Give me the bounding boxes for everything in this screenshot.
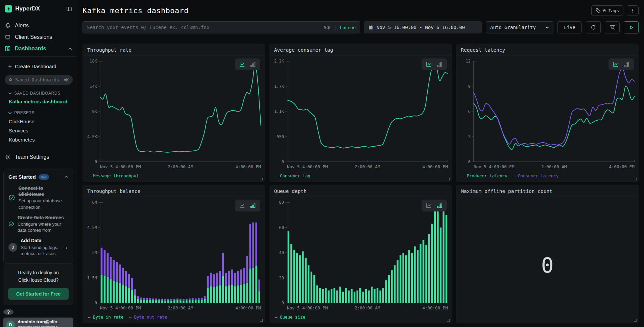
svg-text:3M: 3M <box>92 250 97 255</box>
panel-max-offline-partition-count: Maximum offline partition count 0 <box>456 185 639 323</box>
brand-name: HyperDX <box>15 5 40 12</box>
get-started-step-sources[interactable]: Create Data Sources Configure where your… <box>8 215 68 234</box>
line-chart-icon[interactable] <box>239 61 245 67</box>
line-chart-icon[interactable] <box>239 203 245 208</box>
svg-text:14K: 14K <box>90 84 97 89</box>
svg-text:Nov 5 4:00:00 PM: Nov 5 4:00:00 PM <box>100 164 141 169</box>
sidebar-item-clickhouse[interactable]: ClickHouse <box>9 119 72 124</box>
get-started-step-add-data[interactable]: 3 Add Data Start sending logs, metrics, … <box>8 237 68 257</box>
legend-item[interactable]: — Consumer latency <box>513 173 558 178</box>
more-options-button[interactable] <box>627 5 639 16</box>
chevron-up-icon[interactable] <box>65 175 68 179</box>
chart-canvas[interactable]: 18K14K9K4.5K0Nov 5 4:00:00 PM2:00:00 AM4… <box>82 56 265 171</box>
sidebar-item-team-settings[interactable]: Team Settings <box>0 151 77 163</box>
step-number-badge: 3 <box>8 243 17 252</box>
filter-button[interactable] <box>605 21 620 33</box>
legend-item[interactable]: — Consumer lag <box>275 173 310 178</box>
get-started-free-button[interactable]: Get Started for Free <box>8 288 69 300</box>
refresh-button[interactable] <box>586 21 601 33</box>
svg-text:0: 0 <box>281 159 284 164</box>
svg-text:Nov 5 4:00:00 PM: Nov 5 4:00:00 PM <box>287 164 328 169</box>
chart-canvas[interactable]: 129630Nov 5 4:00:00 PM2:00:00 AM4:00:00 … <box>456 56 639 171</box>
panel-average-consumer-lag: Average consumer lag 2.2K1.7K1.1K5500Nov… <box>269 44 452 182</box>
sidebar: HyperDX Alerts Client Sessions Dashboard… <box>0 0 77 327</box>
line-chart-icon[interactable] <box>426 61 432 67</box>
svg-text:0: 0 <box>95 301 97 305</box>
resize-handle[interactable] <box>634 178 637 180</box>
chart-type-toggle <box>422 200 447 211</box>
create-dashboard-button[interactable]: Create Dashboard <box>0 61 77 71</box>
legend-item[interactable]: — Byte in rate <box>88 315 123 320</box>
sidebar-item-alerts[interactable]: Alerts <box>0 20 77 31</box>
resize-handle[interactable] <box>260 319 263 322</box>
svg-text:4:00:00 PM: 4:00:00 PM <box>235 305 261 310</box>
date-range-value: Nov 5 16:00:00 - Nov 6 16:00:00 <box>377 25 465 30</box>
plus-icon <box>8 65 12 68</box>
saved-dashboards-search[interactable]: Saved Dashboards ⌘K <box>5 75 73 85</box>
chart-canvas[interactable]: 806040200Nov 5 4:00:00 PM2:00:00 AM4:00:… <box>269 197 452 312</box>
svg-text:6M: 6M <box>92 200 97 205</box>
svg-text:4:00:00 PM: 4:00:00 PM <box>422 164 448 169</box>
run-query-button[interactable] <box>624 21 639 33</box>
resize-handle[interactable] <box>447 319 450 322</box>
check-circle-icon <box>8 220 14 228</box>
svg-text:9K: 9K <box>92 109 97 114</box>
bar-chart-icon[interactable] <box>250 61 256 67</box>
calendar-icon <box>368 25 373 30</box>
date-range-picker[interactable]: Nov 5 16:00:00 - Nov 6 16:00:00 <box>364 21 482 33</box>
help-button[interactable]: ? <box>3 309 14 315</box>
resize-handle[interactable] <box>634 319 637 322</box>
event-search-bar[interactable]: SQL | Lucene <box>82 21 360 33</box>
svg-text:2:00:00 AM: 2:00:00 AM <box>168 164 193 169</box>
line-chart-icon[interactable] <box>613 61 619 67</box>
sidebar-item-client-sessions[interactable]: Client Sessions <box>0 31 77 43</box>
section-saved-dashboards[interactable]: SAVED DASHBOARDS <box>8 91 72 96</box>
sidebar-item-kubernetes[interactable]: Kubernetes <box>9 137 72 143</box>
line-chart-icon[interactable] <box>426 203 432 208</box>
get-started-step-connect[interactable]: Connect to ClickHouse Set up your databa… <box>8 185 68 210</box>
get-started-title: Get Started <box>8 174 36 180</box>
chart-legend: — Message throughput <box>82 171 265 182</box>
sidebar-item-dashboards[interactable]: Dashboards <box>0 43 77 54</box>
svg-text:4.5M: 4.5M <box>87 225 97 230</box>
bar-chart-icon[interactable] <box>250 203 256 208</box>
sidebar-item-kafka-dashboard[interactable]: Kafka metrics dashboard <box>9 99 72 104</box>
chart-legend: — Consumer lag <box>269 171 452 182</box>
user-menu[interactable]: D dominic.tran@clic... dominic.tran@clic… <box>3 318 73 327</box>
chart-canvas[interactable]: 6M4.5M3M1.5M0Nov 5 4:00:00 PM2:00:00 AM4… <box>82 197 265 312</box>
legend-item[interactable]: — Byte out rate <box>129 315 167 320</box>
panel-title: Average consumer lag <box>274 47 333 53</box>
chart-canvas[interactable]: 2.2K1.7K1.1K5500Nov 5 4:00:00 PM2:00:00 … <box>269 56 452 171</box>
sidebar-item-services[interactable]: Services <box>9 128 72 133</box>
chart-legend: — Producer latency— Consumer latency <box>456 171 639 182</box>
panel-title: Queue depth <box>274 188 307 194</box>
bar-chart-icon[interactable] <box>437 61 443 67</box>
resize-handle[interactable] <box>260 178 263 180</box>
tags-button[interactable]: 0 Tags <box>591 5 623 16</box>
chart-type-toggle <box>609 58 634 70</box>
legend-item[interactable]: — Queue size <box>275 315 305 320</box>
svg-text:18K: 18K <box>90 59 97 64</box>
page-title: Kafka metrics dashboard <box>82 6 189 15</box>
avatar: D <box>6 321 15 327</box>
svg-text:2:00:00 AM: 2:00:00 AM <box>168 305 193 310</box>
dashboards-subnav: Create Dashboard Saved Dashboards ⌘K SAV… <box>0 57 77 143</box>
progress-badge: 2/3 <box>39 174 49 180</box>
panel-queue-depth: Queue depth 806040200Nov 5 4:00:00 PM2:0… <box>269 185 452 323</box>
search-input[interactable] <box>87 25 320 30</box>
resize-handle[interactable] <box>447 178 450 180</box>
legend-item[interactable]: — Producer latency <box>461 173 507 178</box>
sidebar-item-label: Client Sessions <box>15 34 52 40</box>
live-button[interactable]: Live <box>557 21 582 33</box>
mode-sql-toggle[interactable]: SQL <box>324 25 332 30</box>
chart-legend: — Byte in rate— Byte out rate <box>82 312 265 323</box>
bar-chart-icon[interactable] <box>437 203 443 208</box>
collapse-sidebar-icon[interactable] <box>66 6 72 12</box>
chevron-down-icon <box>545 26 549 29</box>
mode-lucene-toggle[interactable]: Lucene <box>340 25 356 30</box>
granularity-select[interactable]: Auto Granularity <box>486 21 553 33</box>
section-presets[interactable]: PRESETS <box>8 110 72 115</box>
panel-request-latency: Request latency 129630Nov 5 4:00:00 PM2:… <box>456 44 639 182</box>
bar-chart-icon[interactable] <box>624 61 629 67</box>
legend-item[interactable]: — Message throughput <box>88 173 139 178</box>
